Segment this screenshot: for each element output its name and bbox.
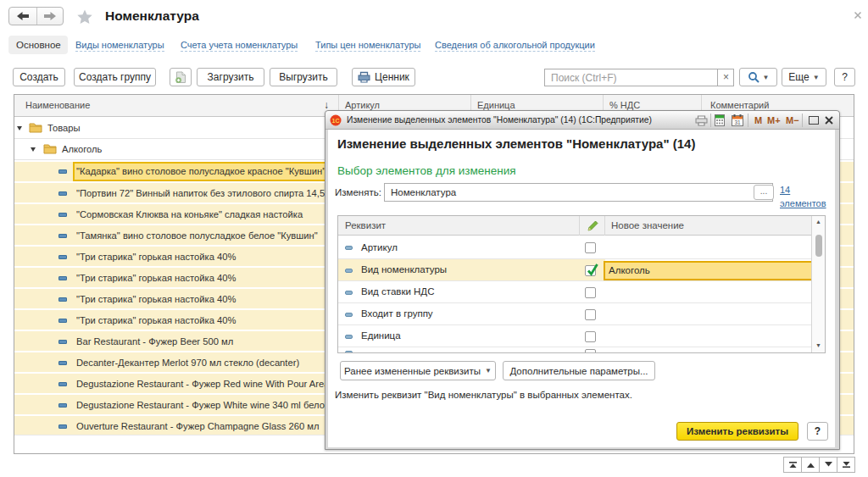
svg-text:31: 31	[734, 119, 741, 125]
svg-text:1С: 1С	[332, 118, 340, 124]
